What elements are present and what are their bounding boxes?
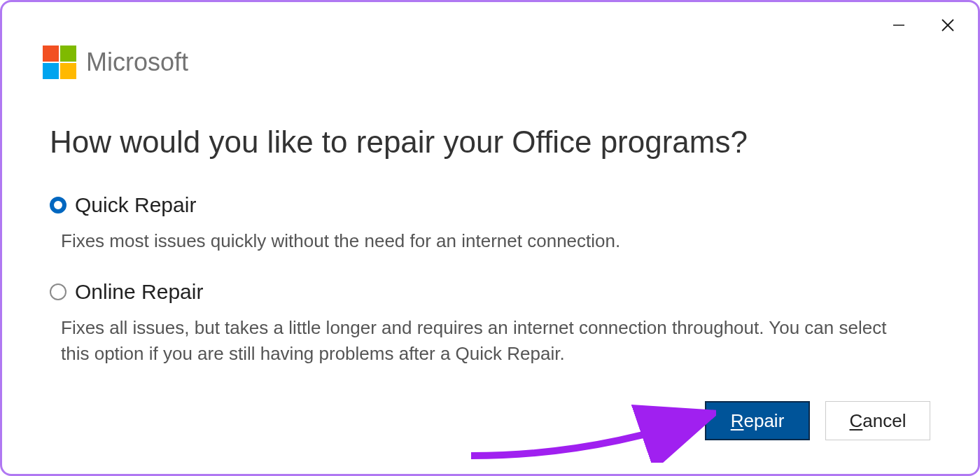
brand-logo-block: Microsoft <box>43 46 188 79</box>
dialog-heading: How would you like to repair your Office… <box>50 125 930 160</box>
btn-text: epair <box>743 410 784 431</box>
close-button[interactable] <box>937 15 958 36</box>
option-label: Online Repair <box>75 280 203 304</box>
repair-button[interactable]: Repair <box>705 401 810 440</box>
logo-square-bl <box>43 63 59 79</box>
dialog-buttons: Repair Cancel <box>705 401 930 440</box>
microsoft-logo-icon <box>43 46 76 79</box>
annotation-arrow-icon <box>464 393 716 463</box>
mnemonic: C <box>850 410 863 431</box>
option-label: Quick Repair <box>75 193 196 217</box>
option-quick-repair[interactable]: Quick Repair <box>50 193 930 217</box>
mnemonic: R <box>731 410 744 431</box>
brand-name: Microsoft <box>86 48 188 77</box>
radio-unselected-icon[interactable] <box>50 284 66 300</box>
option-quick-desc: Fixes most issues quickly without the ne… <box>61 228 908 253</box>
minimize-button[interactable] <box>888 15 909 36</box>
dialog-content: How would you like to repair your Office… <box>50 125 930 393</box>
dialog-window: Microsoft How would you like to repair y… <box>0 0 980 476</box>
logo-square-tr <box>60 46 76 62</box>
btn-text: ancel <box>862 410 906 431</box>
radio-selected-icon[interactable] <box>50 197 66 214</box>
cancel-button[interactable]: Cancel <box>825 401 930 440</box>
option-online-repair[interactable]: Online Repair <box>50 280 930 304</box>
window-controls <box>888 15 958 36</box>
logo-square-br <box>60 63 76 79</box>
logo-square-tl <box>43 46 59 62</box>
option-online-desc: Fixes all issues, but takes a little lon… <box>61 315 908 366</box>
